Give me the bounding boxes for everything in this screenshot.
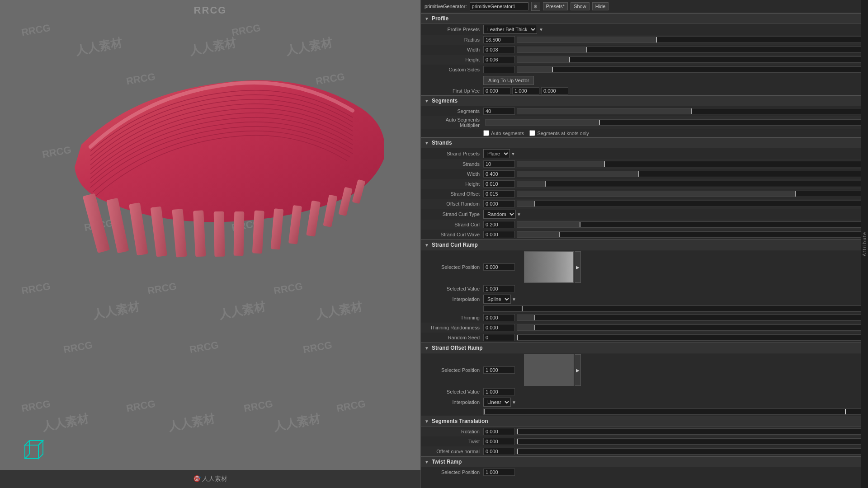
offset-random-slider[interactable] — [517, 201, 864, 207]
watermark-en-1: RRCG — [20, 22, 51, 39]
primitive-generator-input[interactable] — [470, 2, 528, 10]
strand-offset-slider[interactable] — [517, 191, 864, 197]
segments-slider[interactable] — [517, 108, 864, 114]
profile-presets-select[interactable]: Leather Belt Thick — [483, 25, 537, 34]
strands-width-slider[interactable] — [517, 171, 864, 177]
curl-ramp-selected-value-input[interactable] — [483, 285, 515, 292]
offset-ramp-interpolation-select[interactable]: Linear — [483, 398, 511, 407]
profile-width-input[interactable] — [483, 46, 515, 53]
random-seed-row: Random Seed — [421, 333, 868, 343]
strands-count-slider[interactable] — [517, 161, 864, 167]
thinning-input[interactable] — [483, 314, 515, 321]
segments-at-knots-checkbox[interactable] — [529, 130, 535, 136]
offset-curve-normal-input[interactable] — [483, 448, 515, 455]
strand-offset-label: Strand Offset — [425, 191, 483, 197]
twist-ramp-section-header[interactable]: ▼ Twist Ramp — [421, 456, 868, 467]
strand-curl-type-row: Strand Curl Type Random ▼ — [421, 209, 868, 220]
strand-curl-input[interactable] — [483, 221, 515, 228]
curl-ramp-selected-position-input[interactable] — [483, 263, 515, 271]
thinning-row: Thinning — [421, 313, 868, 323]
radius-input[interactable] — [483, 36, 515, 43]
strands-section-header[interactable]: ▼ Strands — [421, 137, 868, 148]
attribute-panel-label: Attribute — [862, 231, 867, 256]
segments-translation-arrow-icon: ▼ — [425, 419, 429, 424]
offset-ramp-slider[interactable] — [483, 408, 864, 415]
curl-ramp-gradient-display[interactable] — [524, 251, 574, 283]
strand-curl-wave-input[interactable] — [483, 231, 515, 238]
offset-curve-normal-slider[interactable] — [517, 448, 864, 455]
random-seed-input[interactable] — [483, 334, 515, 341]
hide-button[interactable]: Hide — [592, 2, 609, 10]
svg-marker-17 — [38, 441, 43, 459]
3d-viewport[interactable]: RRCG RRCG RRCG RRCG RRCG RRCG RRCG RRCG … — [0, 0, 420, 488]
show-button[interactable]: Show — [571, 2, 590, 10]
twist-slider[interactable] — [517, 438, 864, 445]
align-to-up-vector-button[interactable]: Aling To Up Vector — [483, 76, 534, 85]
offset-random-input[interactable] — [483, 200, 515, 207]
strand-offset-ramp-section-header[interactable]: ▼ Strand Offset Ramp — [421, 343, 868, 353]
auto-segments-mult-slider[interactable] — [485, 119, 864, 126]
thinning-slider[interactable] — [517, 314, 864, 321]
segments-input[interactable] — [483, 108, 515, 115]
twist-ramp-selected-position-label: Selected Position — [425, 469, 483, 475]
thinning-randomness-slider[interactable] — [517, 324, 864, 331]
nav-cube[interactable] — [18, 434, 50, 465]
strand-curl-slider[interactable] — [517, 221, 864, 228]
strands-width-input[interactable] — [483, 170, 515, 178]
offset-curve-normal-row: Offset curve normal — [421, 446, 868, 456]
segments-section-header[interactable]: ▼ Segments — [421, 95, 868, 106]
segments-at-knots-checkbox-label[interactable]: Segments at knots only — [529, 130, 589, 136]
twist-ramp-section-label: Twist Ramp — [432, 459, 462, 465]
curl-ramp-interpolation-select[interactable]: Spline — [483, 295, 511, 304]
strand-offset-row: Strand Offset — [421, 189, 868, 199]
custom-sides-slider[interactable] — [517, 66, 864, 73]
offset-curve-normal-label: Offset curve normal — [425, 449, 483, 454]
profile-presets-row: Profile Presets Leather Belt Thick ▼ — [421, 24, 868, 35]
3d-object — [45, 54, 384, 316]
profile-height-input[interactable] — [483, 56, 515, 63]
strand-curl-wave-slider[interactable] — [517, 231, 864, 238]
rotation-input[interactable] — [483, 428, 515, 435]
bottom-logo: 🎯 人人素材 — [193, 475, 228, 483]
watermark-en-18: RRCG — [243, 398, 274, 414]
offset-random-row: Offset Random — [421, 199, 868, 209]
watermark-cn-9: 人人素材 — [41, 411, 90, 435]
presets-button[interactable]: Presets* — [543, 2, 568, 10]
twist-label: Twist — [425, 439, 483, 444]
profile-width-slider[interactable] — [517, 47, 864, 53]
radius-slider[interactable] — [517, 37, 864, 43]
profile-height-slider[interactable] — [517, 56, 864, 63]
thinning-randomness-row: Thinning Randomness — [421, 323, 868, 333]
offset-ramp-expand-button[interactable]: ▶ — [575, 354, 581, 386]
twist-input[interactable] — [483, 438, 515, 445]
curl-ramp-slider[interactable] — [483, 305, 864, 312]
auto-segments-checkbox[interactable] — [483, 130, 489, 136]
rotation-slider[interactable] — [517, 428, 864, 435]
offset-ramp-selected-position-input[interactable] — [483, 366, 515, 374]
strand-offset-ramp-arrow-icon: ▼ — [425, 346, 429, 351]
strands-height-input[interactable] — [483, 180, 515, 188]
profile-presets-dropdown-icon: ▼ — [539, 27, 543, 32]
offset-ramp-selected-value-input[interactable] — [483, 388, 515, 395]
auto-segments-checkbox-label[interactable]: Auto segments — [483, 130, 524, 136]
twist-ramp-selected-position-input[interactable] — [483, 469, 515, 476]
segments-translation-section-header[interactable]: ▼ Segments Translation — [421, 416, 868, 427]
strands-count-input[interactable] — [483, 160, 515, 168]
offset-ramp-interp-dropdown-icon: ▼ — [512, 400, 516, 405]
strand-presets-select[interactable]: Plane — [483, 149, 510, 158]
random-seed-slider[interactable] — [517, 334, 864, 341]
segments-row: Segments — [421, 106, 868, 116]
profile-section-header[interactable]: ▼ Profile — [421, 13, 868, 24]
radius-row: Radius — [421, 35, 868, 45]
first-up-vec-z-input[interactable] — [541, 87, 568, 94]
strand-curl-type-select[interactable]: Random — [483, 210, 516, 219]
strand-offset-input[interactable] — [483, 190, 515, 197]
offset-ramp-gradient-display[interactable] — [524, 354, 574, 386]
first-up-vec-y-input[interactable] — [512, 87, 539, 94]
strands-height-slider[interactable] — [517, 181, 864, 187]
first-up-vec-x-input[interactable] — [483, 87, 510, 94]
custom-sides-input[interactable] — [483, 66, 515, 73]
curl-ramp-expand-button[interactable]: ▶ — [575, 251, 581, 283]
strand-curl-ramp-section-header[interactable]: ▼ Strand Curl Ramp — [421, 239, 868, 250]
thinning-randomness-input[interactable] — [483, 324, 515, 331]
